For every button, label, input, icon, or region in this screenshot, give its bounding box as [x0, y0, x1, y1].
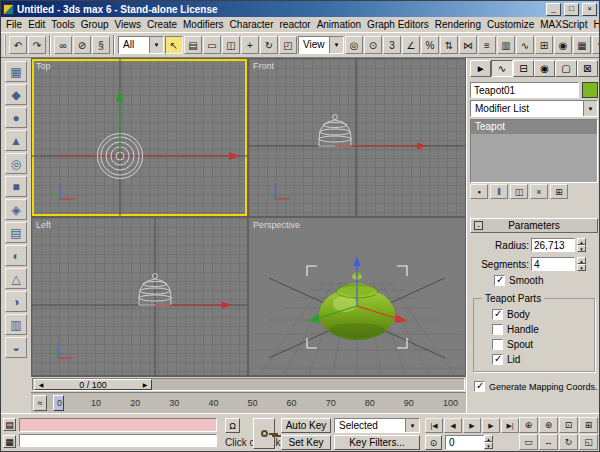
select-and-link-icon[interactable]: ∞ — [54, 36, 72, 54]
create-tab-icon[interactable]: ► — [470, 60, 491, 77]
track-bar[interactable]: ≈ 0102030405060708090100 — [31, 392, 466, 413]
dropdown-arrow-icon[interactable]: ▼ — [405, 419, 419, 432]
modifier-list-dropdown[interactable]: Modifier List ▼ — [470, 100, 598, 117]
previous-frame-button[interactable]: ◀ — [444, 418, 462, 433]
checkbox-row-handle[interactable]: Handle — [492, 324, 594, 335]
layer-manager-icon[interactable]: ▥ — [497, 36, 515, 54]
select-and-scale-icon[interactable]: ◰ — [279, 36, 297, 54]
select-by-name-icon[interactable]: ▤ — [184, 36, 202, 54]
snaps-toggle-icon[interactable]: 3 — [383, 36, 401, 54]
spinner-snap-icon[interactable]: ⇅ — [440, 36, 458, 54]
current-frame-value[interactable]: 0 — [445, 435, 484, 450]
bind-to-space-warp-icon[interactable]: § — [92, 36, 110, 54]
menu-item-rendering[interactable]: Rendering — [432, 18, 484, 31]
checkbox-row-generate-mapping-coords[interactable]: Generate Mapping Coords. — [474, 381, 598, 392]
reference-coordsys-dropdown[interactable]: View ▼ — [298, 36, 344, 54]
spinner-down-icon[interactable]: ▾ — [577, 264, 586, 271]
left-tool-icon-5[interactable]: ◎ — [5, 153, 27, 174]
show-end-result-icon[interactable]: ‖ — [490, 184, 508, 199]
move-gizmo[interactable] — [155, 302, 232, 309]
configure-modifier-sets-icon[interactable]: ⊞ — [550, 184, 568, 199]
checkbox-row-spout[interactable]: Spout — [492, 339, 594, 350]
select-and-rotate-icon[interactable]: ↻ — [260, 36, 278, 54]
minimize-button[interactable]: _ — [546, 3, 561, 16]
toolbar-drag-handle[interactable] — [4, 35, 6, 55]
remove-modifier-icon[interactable]: × — [530, 184, 548, 199]
checkbox-row-lid[interactable]: Lid — [492, 354, 594, 365]
zoom-icon[interactable]: ⊕ — [519, 417, 538, 433]
menu-item-animation[interactable]: Animation — [314, 18, 364, 31]
viewport-top-label[interactable]: Top — [36, 61, 51, 71]
mirror-icon[interactable]: ⋈ — [459, 36, 477, 54]
current-frame-field[interactable]: 0 ▴ ▾ — [445, 435, 493, 450]
maximize-button[interactable]: □ — [564, 3, 579, 16]
viewport-perspective[interactable]: Perspective — [249, 218, 465, 375]
play-button[interactable]: ▶ — [463, 418, 481, 433]
zoom-extents-all-icon[interactable]: ⊞ — [579, 417, 598, 433]
viewport-top[interactable]: Top — [32, 59, 247, 216]
hierarchy-tab-icon[interactable]: ⊟ — [513, 60, 534, 77]
next-frame-button[interactable]: ▶ — [482, 418, 500, 433]
dropdown-arrow-icon[interactable]: ▼ — [329, 37, 343, 53]
modify-tab-icon[interactable]: ∿ — [491, 60, 512, 77]
viewport-front-label[interactable]: Front — [253, 61, 274, 71]
menu-item-maxscript[interactable]: MAXScript — [537, 18, 590, 31]
pan-icon[interactable]: ↔ — [539, 434, 558, 450]
viewport-left[interactable]: Left — [32, 218, 247, 375]
angle-snap-icon[interactable]: ∠ — [402, 36, 420, 54]
left-tool-icon-7[interactable]: ◈ — [5, 199, 27, 220]
viewport-left-label[interactable]: Left — [36, 220, 51, 230]
zoom-all-icon[interactable]: ⊛ — [539, 417, 558, 433]
viewport-front[interactable]: Front — [249, 59, 465, 216]
go-to-start-button[interactable]: |◀ — [425, 418, 443, 433]
mini-listener-script-line[interactable] — [19, 434, 217, 447]
use-center-icon[interactable]: ◎ — [345, 36, 363, 54]
menu-item-help[interactable]: Help — [590, 18, 599, 31]
left-tool-icon-12[interactable]: ▥ — [5, 314, 27, 335]
checkbox-generate-mapping-coords[interactable] — [474, 381, 485, 392]
render-type-icon[interactable]: ▼ — [592, 36, 599, 54]
segments-field[interactable]: 4 — [531, 257, 575, 271]
menu-item-views[interactable]: Views — [112, 18, 145, 31]
object-name-field[interactable]: Teapot01 — [470, 82, 579, 98]
rollout-collapse-icon[interactable]: - — [474, 221, 483, 230]
left-tool-icon-6[interactable]: ■ — [5, 176, 27, 197]
min-max-toggle-icon[interactable]: ◱ — [579, 434, 598, 450]
go-to-end-button[interactable]: ▶| — [501, 418, 519, 433]
undo-icon[interactable]: ↶ — [9, 36, 27, 54]
checkbox-spout[interactable] — [492, 339, 503, 350]
current-frame-spinner[interactable]: ▴ ▾ — [484, 435, 493, 450]
close-button[interactable]: × — [582, 3, 597, 16]
parameters-rollout-header[interactable]: - Parameters — [470, 218, 598, 233]
left-tool-icon-11[interactable]: ◑ — [5, 291, 27, 312]
menu-item-modifiers[interactable]: Modifiers — [180, 18, 227, 31]
menu-item-create[interactable]: Create — [144, 18, 180, 31]
menu-item-group[interactable]: Group — [78, 18, 112, 31]
menu-item-customize[interactable]: Customize — [484, 18, 537, 31]
dropdown-arrow-icon[interactable]: ▼ — [149, 37, 163, 53]
curve-editor-icon[interactable]: ∿ — [516, 36, 534, 54]
selection-filter-dropdown[interactable]: All ▼ — [118, 36, 164, 54]
previous-frame-arrow-icon[interactable]: ◀ — [35, 381, 47, 388]
utilities-tab-icon[interactable]: ⊠ — [577, 60, 598, 77]
object-color-swatch[interactable] — [582, 82, 598, 98]
display-tab-icon[interactable]: ▢ — [555, 60, 576, 77]
schematic-view-icon[interactable]: ⊞ — [535, 36, 553, 54]
modifier-stack-item-teapot[interactable]: Teapot — [471, 120, 597, 134]
checkbox-lid[interactable] — [492, 354, 503, 365]
set-keys-button[interactable] — [253, 418, 275, 449]
menu-item-graph-editors[interactable]: Graph Editors — [364, 18, 432, 31]
percent-snap-icon[interactable]: % — [421, 36, 439, 54]
menu-item-reactor[interactable]: reactor — [277, 18, 314, 31]
spinner-up-icon[interactable]: ▴ — [484, 435, 493, 442]
rectangular-selection-region-icon[interactable]: ▭ — [203, 36, 221, 54]
auto-key-button[interactable]: Auto Key — [281, 418, 331, 433]
checkbox-row-body[interactable]: Body — [492, 309, 594, 320]
left-tool-icon-10[interactable]: △ — [5, 268, 27, 289]
left-tool-icon-9[interactable]: ◐ — [5, 245, 27, 266]
checkbox-body[interactable] — [492, 309, 503, 320]
align-icon[interactable]: ≡ — [478, 36, 496, 54]
menu-item-character[interactable]: Character — [227, 18, 277, 31]
spinner-down-icon[interactable]: ▾ — [484, 442, 493, 449]
checkbox-smooth[interactable] — [494, 275, 505, 286]
